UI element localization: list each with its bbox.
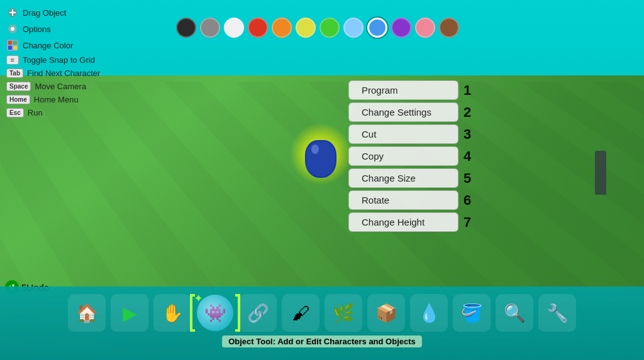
space-key-badge: Space xyxy=(6,82,31,91)
left-toolbar: Drag Object Options Change xyxy=(0,0,106,124)
home-menu-label: Home Menu xyxy=(34,95,79,104)
move-camera-label: Move Camera xyxy=(35,82,86,91)
bottom-toolbar: 🏠▶✋✦🔗🖌🌿📦💧🪣🔍🔧 Object Tool: Add or Edit Ch… xyxy=(0,286,644,360)
color-orange[interactable] xyxy=(272,18,292,38)
tool-btn-hand[interactable]: ✋ xyxy=(153,294,191,332)
context-item-change-height[interactable]: Change Height xyxy=(348,212,458,232)
svg-rect-7 xyxy=(13,46,17,50)
tool-tooltip: Object Tool: Add or Edit Characters and … xyxy=(222,335,422,347)
play-icon: ▶ xyxy=(123,302,137,324)
tools-row: 🏠▶✋✦🔗🖌🌿📦💧🪣🔍🔧 xyxy=(68,294,576,332)
home-key-badge: Home xyxy=(6,95,30,104)
context-row-change-size: Change Size5 xyxy=(348,168,476,188)
brush-tool-icon: 🖌 xyxy=(292,303,309,324)
toolbar-options[interactable]: Options xyxy=(4,21,103,36)
tool-btn-box-tool[interactable]: 📦 xyxy=(367,294,405,332)
toolbar-drag-object[interactable]: Drag Object xyxy=(4,5,103,20)
context-number-7: 7 xyxy=(464,214,476,231)
color-purple[interactable] xyxy=(391,18,411,38)
find-next-label: Find Next Character xyxy=(27,68,100,78)
svg-point-2 xyxy=(11,27,14,31)
svg-rect-5 xyxy=(13,41,17,45)
toolbar-run[interactable]: Esc Run xyxy=(4,107,103,119)
tool-btn-object-tool[interactable]: ✦ xyxy=(196,294,234,332)
tool-btn-settings-tool[interactable]: 🔧 xyxy=(538,294,576,332)
context-number-5: 5 xyxy=(464,170,476,187)
drag-icon xyxy=(6,6,19,19)
tool-btn-camera-tool[interactable]: 🔍 xyxy=(496,294,533,332)
context-row-change-settings: Change Settings2 xyxy=(348,102,476,122)
color-palette xyxy=(176,18,459,38)
drag-object-label: Drag Object xyxy=(23,8,66,18)
hand-icon: ✋ xyxy=(162,303,184,324)
home-icon: 🏠 xyxy=(76,303,98,324)
tool-btn-water-tool[interactable]: 💧 xyxy=(410,294,448,332)
color-light-blue[interactable] xyxy=(343,18,364,38)
tool-btn-fill-tool[interactable]: 🪣 xyxy=(453,294,491,332)
color-brown[interactable] xyxy=(439,18,459,38)
tool-btn-home[interactable]: 🏠 xyxy=(68,294,106,332)
tool-btn-terrain-tool[interactable]: 🌿 xyxy=(325,294,362,332)
color-pink[interactable] xyxy=(415,18,435,38)
context-row-copy: Copy4 xyxy=(348,146,476,166)
context-row-program: Program1 xyxy=(348,80,476,100)
tab-key-badge: Tab xyxy=(6,68,23,78)
color-black[interactable] xyxy=(176,18,196,38)
context-item-rotate[interactable]: Rotate xyxy=(348,190,458,210)
sparkle-icon: ✦ xyxy=(194,292,203,305)
toolbar-home-menu[interactable]: Home Home Menu xyxy=(4,94,103,106)
fill-tool-icon: 🪣 xyxy=(461,303,483,324)
context-number-2: 2 xyxy=(464,104,476,121)
toolbar-move-camera[interactable]: Space Move Camera xyxy=(4,80,103,92)
options-icon xyxy=(6,23,19,35)
tool-bracket-wrapper: ✦ xyxy=(196,294,234,332)
esc-key-badge: Esc xyxy=(6,108,24,117)
box-tool-icon: 📦 xyxy=(375,303,397,324)
water-tool-icon: 💧 xyxy=(418,303,440,324)
tool-btn-play[interactable]: ▶ xyxy=(111,294,148,332)
color-white[interactable] xyxy=(224,18,244,38)
color-yellow[interactable] xyxy=(296,18,316,38)
context-row-cut: Cut3 xyxy=(348,124,476,144)
options-label: Options xyxy=(23,25,51,34)
object-tool-character: ✦ xyxy=(197,295,233,331)
svg-rect-4 xyxy=(8,41,12,45)
far-object xyxy=(595,151,606,195)
run-label: Run xyxy=(28,108,43,117)
context-number-3: 3 xyxy=(464,126,476,143)
tool-btn-arrow-tool[interactable]: 🔗 xyxy=(239,294,277,332)
color-icon xyxy=(6,39,19,52)
snap-grid-label: Toggle Snap to Grid xyxy=(23,55,95,65)
context-menu: Program1Change Settings2Cut3Copy4Change … xyxy=(348,80,476,232)
terrain-tool-icon: 🌿 xyxy=(333,303,355,324)
context-item-change-settings[interactable]: Change Settings xyxy=(348,102,458,122)
context-item-program[interactable]: Program xyxy=(348,80,458,100)
tool-btn-brush-tool[interactable]: 🖌 xyxy=(282,294,319,332)
toolbar-find-next[interactable]: Tab Find Next Character xyxy=(4,67,103,79)
context-item-change-size[interactable]: Change Size xyxy=(348,168,458,188)
context-item-copy[interactable]: Copy xyxy=(348,146,458,166)
change-color-label: Change Color xyxy=(23,41,73,50)
context-row-change-height: Change Height7 xyxy=(348,212,476,232)
character-body xyxy=(305,140,336,178)
color-gray[interactable] xyxy=(200,18,220,38)
toolbar-change-color[interactable]: Change Color xyxy=(4,38,103,53)
svg-rect-6 xyxy=(8,46,12,50)
game-canvas: Drag Object Options Change xyxy=(0,0,644,360)
context-item-cut[interactable]: Cut xyxy=(348,124,458,144)
toolbar-snap-grid[interactable]: ≡ Toggle Snap to Grid xyxy=(4,54,103,66)
color-red[interactable] xyxy=(248,18,268,38)
context-number-1: 1 xyxy=(464,82,476,99)
arrow-tool-icon: 🔗 xyxy=(247,303,269,324)
settings-tool-icon: 🔧 xyxy=(547,303,569,324)
camera-tool-icon: 🔍 xyxy=(504,303,526,324)
color-green[interactable] xyxy=(319,18,340,38)
color-blue[interactable] xyxy=(367,18,387,38)
context-number-4: 4 xyxy=(464,148,476,165)
context-row-rotate: Rotate6 xyxy=(348,190,476,210)
character-glow[interactable] xyxy=(289,123,352,185)
grid-key-badge: ≡ xyxy=(6,55,19,65)
context-number-6: 6 xyxy=(464,192,476,209)
